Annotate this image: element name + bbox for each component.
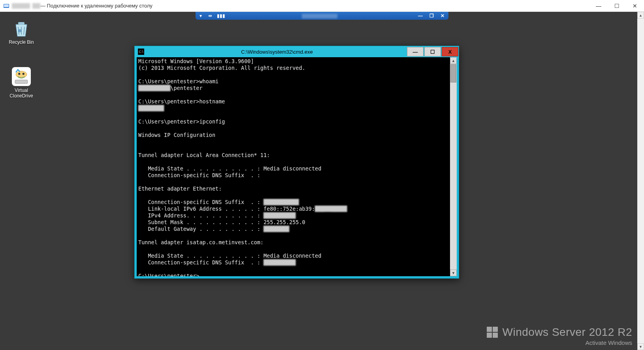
cmd-line: Media State . . . . . . . . . . . : Medi… [138, 253, 321, 259]
cmd-line: Microsoft Windows [Version 6.3.9600] [138, 58, 254, 64]
cmd-line: Link-local IPv6 Address . . . . . : fe80… [138, 206, 315, 212]
cmd-line: Windows IP Configuration [138, 132, 215, 138]
desktop-icon-virtual-clonedrive[interactable]: Virtual CloneDrive [6, 67, 37, 99]
conn-minimize-button[interactable]: — [417, 13, 424, 19]
cmd-redacted: ██████████ [138, 85, 170, 91]
cmd-output[interactable]: Microsoft Windows [Version 6.3.9600] (c)… [137, 57, 450, 276]
cmd-line: Default Gateway . . . . . . . . . : [138, 226, 264, 232]
cmd-redacted: ██████████ [264, 212, 296, 219]
rdp-vertical-scrollbar[interactable]: ▲ ▼ [637, 12, 644, 350]
cmd-line: IPv4 Address. . . . . . . . . . . : [138, 212, 264, 219]
windows-logo-icon [487, 327, 498, 338]
maximize-icon: ☐ [614, 3, 620, 9]
cmd-redacted: ████████ [138, 105, 164, 111]
rdp-close-button[interactable]: ✕ [626, 0, 644, 12]
cmd-line: (c) 2013 Microsoft Corporation. All righ… [138, 65, 305, 71]
virtual-clonedrive-icon [12, 67, 31, 86]
watermark-activate: Activate Windows [487, 339, 632, 346]
rdp-title-redacted-host-b [32, 3, 40, 9]
cmd-line: Tunnel adapter Local Area Connection* 11… [138, 152, 270, 158]
svg-point-3 [18, 29, 21, 32]
svg-rect-2 [18, 22, 24, 24]
watermark-product: Windows Server 2012 R2 [503, 326, 632, 339]
cmd-command: hostname [199, 98, 225, 105]
conn-bar-title [226, 13, 413, 19]
cmd-line: Ethernet adapter Ethernet: [138, 185, 222, 192]
cmd-prompt: C:\Users\pentester> [138, 118, 199, 125]
cmd-line: Connection-specific DNS Suffix . : [138, 259, 264, 266]
conn-restore-button[interactable]: ❐ [428, 13, 435, 19]
conn-signal-icon: ▮▮▮ [217, 13, 222, 19]
cmd-redacted: ██████████ [264, 259, 296, 266]
svg-rect-7 [15, 80, 28, 84]
scroll-down-icon[interactable]: ▼ [637, 343, 644, 350]
cmd-redacted: ███████████ [264, 199, 299, 205]
scroll-up-icon[interactable]: ▲ [450, 57, 457, 64]
scroll-track[interactable] [450, 83, 457, 270]
cmd-line: Subnet Mask . . . . . . . . . . . : 255.… [138, 219, 305, 225]
cmd-minimize-button[interactable]: — [407, 47, 424, 56]
cmd-line: Connection-specific DNS Suffix . : [138, 199, 264, 205]
recycle-bin-icon [12, 19, 31, 38]
cmd-command: whoami [199, 78, 218, 84]
cmd-line: Connection-specific DNS Suffix . : [138, 172, 260, 178]
cmd-prompt: C:\Users\pentester> [138, 273, 199, 276]
cmd-title: C:\Windows\system32\cmd.exe [147, 49, 407, 55]
rdp-connection-bar[interactable]: ▾ ⇹ ▮▮▮ — ❐ ✕ [196, 12, 448, 20]
rdp-client-titlebar: — Подключение к удаленному рабочему стол… [0, 0, 644, 12]
cmd-close-button[interactable]: X [442, 47, 458, 56]
rdp-app-icon [3, 3, 9, 9]
scroll-track[interactable] [637, 19, 644, 343]
conn-close-button[interactable]: ✕ [439, 13, 446, 19]
cmd-prompt: C:\Users\pentester> [138, 98, 199, 105]
rdp-minimize-button[interactable]: — [589, 0, 608, 12]
scroll-down-icon[interactable]: ▼ [450, 270, 457, 276]
rdp-title-redacted-host-a [12, 3, 30, 9]
cmd-prompt: C:\Users\pentester> [138, 78, 199, 84]
cmd-maximize-button[interactable]: ☐ [424, 47, 441, 56]
desktop-icon-label: Virtual CloneDrive [6, 88, 37, 99]
cmd-window[interactable]: C:\ C:\Windows\system32\cmd.exe — ☐ X Mi… [134, 46, 459, 279]
svg-rect-1 [4, 4, 9, 7]
svg-point-6 [23, 73, 24, 75]
close-icon: X [448, 49, 452, 55]
scroll-thumb[interactable] [450, 64, 456, 82]
cmd-line: \pentester [170, 85, 202, 91]
close-icon: ✕ [633, 3, 637, 9]
minimize-icon: — [413, 49, 418, 55]
rdp-title-suffix: — Подключение к удаленному рабочему стол… [40, 3, 153, 9]
cmd-redacted: ████████ [264, 226, 289, 232]
activation-watermark: Windows Server 2012 R2 Activate Windows [487, 326, 632, 346]
desktop-icon-label: Recycle Bin [6, 39, 37, 45]
svg-point-4 [16, 71, 27, 78]
conn-pin-icon[interactable]: ▾ [198, 13, 203, 19]
cmd-command: ipconfig [199, 118, 225, 125]
cmd-app-icon: C:\ [138, 49, 144, 55]
maximize-icon: ☐ [430, 49, 435, 55]
rdp-maximize-button[interactable]: ☐ [608, 0, 626, 12]
minimize-icon: — [596, 3, 601, 9]
desktop-icon-recycle-bin[interactable]: Recycle Bin [6, 19, 37, 45]
scroll-up-icon[interactable]: ▲ [637, 12, 644, 19]
cmd-scrollbar[interactable]: ▲ ▼ [450, 57, 457, 276]
svg-point-5 [18, 73, 20, 75]
cmd-titlebar[interactable]: C:\ C:\Windows\system32\cmd.exe — ☐ X [135, 46, 459, 57]
conn-drag-icon: ⇹ [207, 13, 213, 19]
cmd-line: Media State . . . . . . . . . . . : Medi… [138, 165, 321, 172]
conn-bar-title-redacted [302, 14, 337, 19]
cmd-redacted: ███ █████ [315, 206, 347, 212]
remote-desktop-viewport: ▲ ▼ ▾ ⇹ ▮▮▮ — ❐ ✕ Recycle Bin Virtual Cl… [0, 12, 644, 350]
cmd-line: Tunnel adapter isatap.co.metinvest.com: [138, 239, 264, 245]
cmd-client-area: Microsoft Windows [Version 6.3.9600] (c)… [137, 57, 457, 276]
